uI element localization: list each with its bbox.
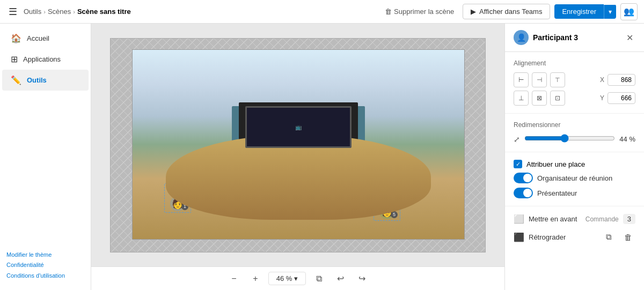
breadcrumb: Outils › Scènes › Scène sans titre <box>24 8 376 16</box>
send-backward-row: ⬛ Rétrograder ⧉ 🗑 <box>514 229 635 244</box>
align-bottom-button[interactable]: ⊡ <box>550 91 565 106</box>
send-backward-icon: ⬛ <box>514 232 524 242</box>
play-icon: ▶ <box>471 8 476 16</box>
sidebar-label-applications: Applications <box>23 55 61 63</box>
save-dropdown-button[interactable]: ▾ <box>604 5 616 19</box>
show-teams-label: Afficher dans Teams <box>479 8 542 16</box>
assign-section: ✓ Attribuer une place Organisateur de ré… <box>505 152 644 206</box>
users-icon: 👥 <box>624 6 634 17</box>
coord-y-input[interactable] <box>608 92 635 104</box>
modifier-theme-link[interactable]: Modifier le thème <box>6 250 84 261</box>
organizer-toggle-row: Organisateur de réunion <box>514 173 635 183</box>
resize-controls: ⤢ 44 % <box>514 134 635 144</box>
save-button-group: Enregistrer ▾ <box>554 4 616 19</box>
resize-section: Redimensionner ⤢ 44 % <box>505 114 644 152</box>
bring-forward-icon: ⬜ <box>514 214 524 224</box>
resize-percent: 44 % <box>619 135 635 143</box>
resize-icon: ⤢ <box>514 135 520 144</box>
breadcrumb-chevron-1: › <box>43 9 46 15</box>
delete-scene-button[interactable]: 🗑 Supprimer la scène <box>380 5 458 18</box>
conditions-link[interactable]: Conditions d'utilisation <box>6 271 84 281</box>
assign-place-checkbox[interactable]: ✓ <box>514 160 522 168</box>
confidentialite-link[interactable]: Confidentialité <box>6 260 84 271</box>
align-top-button[interactable]: ⊥ <box>514 91 529 106</box>
resize-slider[interactable] <box>524 134 615 143</box>
undo-button[interactable]: ↩ <box>332 270 349 287</box>
breadcrumb-outils[interactable]: Outils <box>24 8 41 16</box>
coord-y-group: Y <box>600 92 635 104</box>
sidebar-footer: Modifier le thème Confidentialité Condit… <box>0 246 91 286</box>
canvas-container[interactable]: 📺 🧑 1 👤 2 🧑‍💼 3 👤 4 <box>91 24 504 266</box>
home-icon: 🏠 <box>11 33 21 43</box>
bring-forward-row: ⬜ Mettre en avant Commande 3 <box>514 214 635 224</box>
align-right-button[interactable]: ⊤ <box>550 72 565 87</box>
assign-place-row: ✓ Attribuer une place <box>514 160 635 168</box>
zoom-in-button[interactable]: + <box>247 270 264 287</box>
delete-scene-label: Supprimer la scène <box>394 8 454 16</box>
redo-button[interactable]: ↪ <box>353 270 370 287</box>
slider-container <box>524 134 615 144</box>
coord-x-label: X <box>600 76 604 84</box>
main-content: 🏠 Accueil ⊞ Applications ✏️ Outils Modif… <box>0 24 644 290</box>
panel-bottom: ⬜ Mettre en avant Commande 3 ⬛ Rétrograd… <box>505 206 644 252</box>
organizer-label: Organisateur de réunion <box>537 174 612 182</box>
bring-forward-shortcut: Commande <box>586 215 619 223</box>
bring-forward-label: Mettre en avant <box>529 215 581 223</box>
panel-title: Participant 3 <box>533 33 620 42</box>
presenter-toggle-row: Présentateur <box>514 188 635 198</box>
breadcrumb-scene-title: Scène sans titre <box>77 8 131 16</box>
alignment-row-1: ⊢ ⊣ ⊤ X <box>514 72 635 87</box>
participant-avatar: 👤 <box>514 30 529 45</box>
bring-forward-value: 3 <box>623 214 635 224</box>
canvas-toolbar: − + 46 % ▾ ⧉ ↩ ↪ <box>91 266 504 290</box>
alignment-row-2: ⊥ ⊠ ⊡ Y <box>514 91 635 106</box>
zoom-dropdown-icon: ▾ <box>294 274 298 282</box>
hamburger-icon[interactable]: ☰ <box>6 4 19 20</box>
sidebar-item-accueil[interactable]: 🏠 Accueil <box>2 28 89 49</box>
delete-icon: 🗑 <box>385 8 392 16</box>
sidebar-label-accueil: Accueil <box>27 34 49 42</box>
assign-place-label: Attribuer une place <box>526 160 585 168</box>
save-button[interactable]: Enregistrer <box>554 4 604 19</box>
topbar: ☰ Outils › Scènes › Scène sans titre 🗑 S… <box>0 0 644 24</box>
show-teams-button[interactable]: ▶ Afficher dans Teams <box>463 4 550 19</box>
canvas-background: 📺 🧑 1 👤 2 🧑‍💼 3 👤 4 <box>110 38 486 252</box>
apps-icon: ⊞ <box>11 54 18 64</box>
send-backward-copy-btn[interactable]: ⧉ <box>601 229 616 244</box>
panel-close-button[interactable]: ✕ <box>624 32 635 44</box>
align-left-button[interactable]: ⊢ <box>514 72 529 87</box>
users-button[interactable]: 👥 <box>620 3 638 20</box>
sidebar-label-outils: Outils <box>27 76 47 84</box>
presenter-toggle[interactable] <box>514 188 533 198</box>
coord-x-group: X <box>600 74 635 86</box>
tools-icon: ✏️ <box>11 75 21 85</box>
sidebar-item-applications[interactable]: ⊞ Applications <box>2 49 89 70</box>
zoom-value: 46 % <box>276 274 292 282</box>
canvas-area: 📺 🧑 1 👤 2 🧑‍💼 3 👤 4 <box>91 24 504 290</box>
breadcrumb-chevron-2: › <box>73 9 75 15</box>
send-backward-delete-btn[interactable]: 🗑 <box>620 229 635 244</box>
presenter-label: Présentateur <box>537 189 577 197</box>
breadcrumb-scenes[interactable]: Scènes <box>48 8 71 16</box>
coord-x-input[interactable] <box>608 74 635 86</box>
sidebar: 🏠 Accueil ⊞ Applications ✏️ Outils Modif… <box>0 24 91 290</box>
alignment-label: Alignement <box>514 60 635 67</box>
organizer-toggle[interactable] <box>514 173 533 183</box>
zoom-display[interactable]: 46 % ▾ <box>268 272 306 285</box>
coord-y-label: Y <box>600 94 604 102</box>
align-center-h-button[interactable]: ⊣ <box>532 72 547 87</box>
send-backward-label: Rétrograder <box>529 233 597 241</box>
sidebar-item-outils[interactable]: ✏️ Outils <box>2 70 89 91</box>
align-middle-v-button[interactable]: ⊠ <box>532 91 547 106</box>
alignment-grid: ⊢ ⊣ ⊤ X ⊥ ⊠ ⊡ Y <box>514 72 635 106</box>
panel-header: 👤 Participant 3 ✕ <box>505 24 644 52</box>
copy-button[interactable]: ⧉ <box>310 270 327 287</box>
right-panel: 👤 Participant 3 ✕ Alignement ⊢ ⊣ ⊤ X ⊥ <box>504 24 644 290</box>
topbar-actions: ▶ Afficher dans Teams Enregistrer ▾ 👥 <box>463 3 638 20</box>
zoom-out-button[interactable]: − <box>225 270 243 287</box>
alignment-section: Alignement ⊢ ⊣ ⊤ X ⊥ ⊠ ⊡ Y <box>505 52 644 114</box>
resize-label: Redimensionner <box>514 121 635 129</box>
